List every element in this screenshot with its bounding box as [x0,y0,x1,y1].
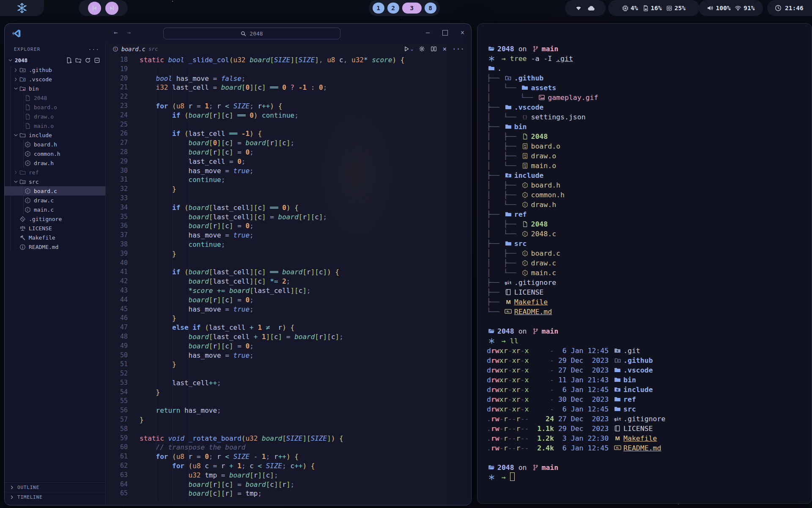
code-line-52[interactable]: 52 [106,369,471,378]
code-line-39[interactable]: 39 } [106,249,471,259]
code-line-50[interactable]: 50 has_move = true; [106,351,471,360]
code-line-59[interactable]: 59static void _rotate_board(u32 board[SI… [106,434,471,443]
code-line-20[interactable]: 20 bool has_move = false; [106,74,471,83]
code-line-57[interactable]: 57} [106,415,471,425]
code-line-48[interactable]: 48 board[last_cell + 1][c] = board[r][c]… [106,332,471,342]
tree-item-common.h[interactable]: Hcommon.h [5,149,105,158]
code-line-62[interactable]: 62 for (u8 c = r + 1; c < SIZE; c++) { [106,461,471,471]
code-line-45[interactable]: 45 has_move = true; [106,305,471,314]
code-line-56[interactable]: 56 return has_move; [106,406,471,415]
media-prev-button[interactable] [88,2,101,15]
new-file-button[interactable] [66,57,72,64]
code-line-58[interactable]: 58 [106,425,471,434]
code-line-60[interactable]: 60 // transpose the board [106,443,471,452]
code-area[interactable]: 18static bool _slide_col(u32 board[SIZE]… [106,55,471,504]
workspace-chip-8[interactable]: 8 [425,3,436,14]
split-editor-button[interactable] [431,46,437,52]
media-next-button[interactable] [105,2,118,15]
code-line-23[interactable]: 23 for (u8 r = 1; r < SIZE; r++) { [106,102,471,111]
workspace-chip-1[interactable]: 1 [373,3,384,14]
code-line-21[interactable]: 21 i32 last_cell = board[0][c] ══ 0 ? -1… [106,83,471,92]
command-center-search[interactable]: 2048 [163,28,340,39]
workspace-chip-3[interactable]: 3 [402,3,422,14]
tree-item-LICENSE[interactable]: LICENSE [5,224,105,233]
tree-item-Makefile[interactable]: Makefile [5,233,105,242]
code-line-32[interactable]: 32 } [106,185,471,194]
tree-item-src[interactable]: {}src [5,177,105,186]
refresh-explorer-button[interactable] [85,57,91,64]
tree-item-.github[interactable]: .github [5,65,105,75]
explorer-root-folder[interactable]: 2048 [5,55,105,65]
explorer-more-button[interactable]: ··· [88,46,99,52]
tree-item-draw.h[interactable]: Hdraw.h [5,158,105,168]
code-line-44[interactable]: 44 board[r][c] = 0; [106,295,471,305]
nix-logo-button[interactable] [0,0,44,16]
code-line-53[interactable]: 53 last_cell++; [106,378,471,388]
editor-more-button[interactable]: ··· [452,45,464,53]
panel-outline[interactable]: OUTLINE [5,482,105,492]
tab-board-c[interactable]: C board.c src [106,43,163,55]
code-line-38[interactable]: 38 continue; [106,240,471,249]
code-line-33[interactable]: 33 [106,194,471,203]
editor-pane[interactable]: C board.c src ⌄ × ··· 18static bool _sli… [106,43,471,504]
code-line-28[interactable]: 28 board[r][c] = 0; [106,148,471,157]
nav-forward-button[interactable]: → [127,29,131,36]
close-tab-button[interactable]: × [442,45,447,53]
code-line-49[interactable]: 49 board[r][c] = 0; [106,342,471,351]
close-button[interactable]: × [461,29,464,36]
code-line-34[interactable]: 34 if (board[last_cell][c] ══ 0) { [106,203,471,213]
code-line-30[interactable]: 30 has_move = true; [106,166,471,176]
code-line-63[interactable]: 63 u32 tmp = board[r][c]; [106,471,471,480]
code-line-36[interactable]: 36 board[r][c] = 0; [106,221,471,231]
code-line-22[interactable]: 22 [106,92,471,102]
tree-item-ref[interactable]: ref [5,168,105,177]
code-line-55[interactable]: 55 [106,397,471,406]
tree-item-bin[interactable]: bin [5,84,105,93]
tree-item-board.c[interactable]: Cboard.c [5,186,105,196]
wifi-stat[interactable]: 91% [735,5,754,11]
code-line-42[interactable]: 42 board[last_cell][c] *= 2; [106,277,471,286]
code-line-51[interactable]: 51 } [106,360,471,369]
code-line-64[interactable]: 64 board[r][c] = board[c][r]; [106,480,471,489]
code-line-31[interactable]: 31 continue; [106,175,471,185]
collapse-folders-button[interactable] [94,57,100,64]
code-line-47[interactable]: 47 else if (last_cell + 1 ≠ r) { [106,323,471,332]
tree-item-board.o[interactable]: board.o [5,102,105,112]
tree-item-include[interactable]: include [5,130,105,140]
code-line-29[interactable]: 29 last_cell = 0; [106,157,471,166]
code-line-24[interactable]: 24 if (board[r][c] ══ 0) continue; [106,111,471,120]
code-line-35[interactable]: 35 board[last_cell][c] = board[r][c]; [106,213,471,222]
workspace-chip-2[interactable]: 2 [387,3,399,14]
code-line-54[interactable]: 54 } [106,388,471,397]
minimize-button[interactable]: – [426,29,430,36]
code-line-61[interactable]: 61 for (u8 r = 0; r < SIZE - 1; r++) { [106,452,471,461]
tree-item-.vscode[interactable]: .vscode [5,75,105,84]
editor-title-bar[interactable]: ← → 2048 – × [5,24,471,43]
code-line-19[interactable]: 19 [106,65,471,74]
maximize-button[interactable] [442,30,448,36]
run-dropdown-chevron[interactable]: ⌄ [411,46,414,52]
weather-widget[interactable] [565,0,606,16]
code-line-65[interactable]: 65 board[c][r] = tmp; [106,489,471,498]
tree-item-main.c[interactable]: Cmain.c [5,205,105,214]
run-debug-button[interactable]: ⌄ [403,46,414,52]
code-line-37[interactable]: 37 has_move = true; [106,231,471,240]
tree-item-.gitignore[interactable]: .gitignore [5,214,105,224]
tree-item-draw.o[interactable]: draw.o [5,112,105,121]
volume-stat[interactable]: 100% [707,5,730,11]
tree-item-main.o[interactable]: main.o [5,121,105,130]
code-line-43[interactable]: 43 *score += board[last_cell][c]; [106,286,471,295]
tree-item-2048[interactable]: 2048 [5,93,105,102]
tree-item-README.md[interactable]: README.md [5,242,105,251]
new-folder-button[interactable] [75,57,82,64]
code-line-40[interactable]: 40 [106,259,471,268]
code-line-26[interactable]: 26 if (last_cell ══ -1) { [106,129,471,138]
code-line-25[interactable]: 25 [106,120,471,130]
code-line-41[interactable]: 41 if (board[last_cell][c] ══ board[r][c… [106,268,471,277]
clock-widget[interactable]: 21:46 [767,0,812,16]
code-line-27[interactable]: 27 board[0][c] = board[r][c]; [106,138,471,148]
code-line-18[interactable]: 18static bool _slide_col(u32 board[SIZE]… [106,55,471,65]
tree-item-board.h[interactable]: Hboard.h [5,140,105,149]
tree-item-draw.c[interactable]: Cdraw.c [5,196,105,205]
nav-back-button[interactable]: ← [114,29,118,36]
